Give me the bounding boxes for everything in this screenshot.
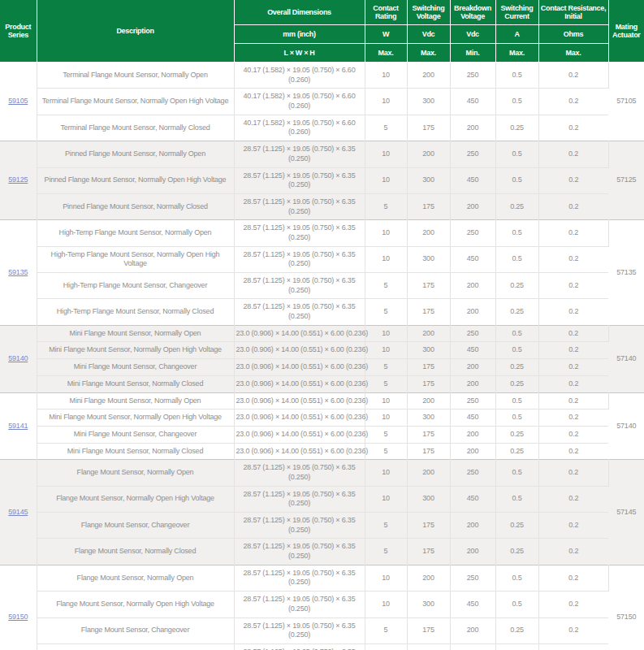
product-spec-table: Product Series Description Overall Dimen… (0, 0, 644, 650)
switching-voltage-cell: 175 (407, 299, 450, 325)
dimension-line: 28.57 (1.125) × 19.05 (0.750) × 6.35 (236, 276, 363, 286)
product-series-link[interactable]: 59125 (8, 176, 28, 184)
dimensions-cell: 23.0 (0.906) × 14.00 (0.551) × 6.00 (0.2… (234, 375, 365, 392)
dimension-line: (0.250) (236, 259, 363, 269)
dimension-line: 23.0 (0.906) × 14.00 (0.551) × 6.00 (0.2… (236, 345, 363, 355)
switching-voltage-cell: 300 (407, 89, 450, 115)
dimension-line: 23.0 (0.906) × 14.00 (0.551) × 6.00 (0.2… (236, 413, 363, 422)
dimension-line: (0.250) (236, 180, 363, 190)
header-limit-switching-current: Max. (495, 44, 538, 63)
switching-voltage-cell: 300 (407, 246, 450, 272)
product-series-link[interactable]: 59140 (8, 354, 28, 362)
contact-resistance-cell: 0.2 (538, 141, 608, 167)
contact-rating-cell: 5 (365, 539, 407, 565)
contact-resistance-cell: 0.2 (538, 342, 608, 359)
switching-voltage-cell: 300 (407, 410, 450, 427)
header-overall-dimensions: Overall Dimensions (234, 0, 365, 25)
breakdown-voltage-cell: 200 (450, 193, 495, 219)
contact-rating-cell: 5 (365, 273, 407, 299)
switching-voltage-cell: 300 (407, 167, 450, 193)
description-cell: Terminal Flange Mount Sensor, Normally O… (37, 89, 234, 115)
contact-rating-cell: 5 (365, 375, 407, 392)
breakdown-voltage-cell: 250 (450, 63, 495, 89)
dimension-line: 28.57 (1.125) × 19.05 (0.750) × 6.35 (236, 302, 363, 312)
description-cell: Pinned Flange Mount Sensor, Normally Ope… (37, 167, 234, 193)
dimension-line: 28.57 (1.125) × 19.05 (0.750) × 6.35 (236, 490, 363, 500)
mating-actuator-cell: 57145 (608, 460, 644, 566)
switching-current-cell: 0.5 (495, 246, 538, 272)
contact-rating-cell: 5 (365, 644, 407, 650)
switching-current-cell: 0.25 (495, 359, 538, 376)
header-contact-resistance: Contact Resistance, Initial (538, 0, 608, 25)
description-cell: Pinned Flange Mount Sensor, Normally Clo… (37, 193, 234, 219)
switching-current-cell: 0.25 (495, 618, 538, 644)
description-cell: Mini Flange Mount Sensor, Normally Close… (37, 443, 234, 460)
product-series-link[interactable]: 59150 (8, 613, 28, 621)
table-row: 59140Mini Flange Mount Sensor, Normally … (0, 325, 644, 342)
dimension-line: (0.250) (236, 312, 363, 322)
header-unit-w: W (365, 25, 407, 44)
table-row: 59141Mini Flange Mount Sensor, Normally … (0, 392, 644, 410)
product-series-link[interactable]: 59145 (8, 508, 28, 516)
description-cell: High-Temp Flange Mount Sensor, Changeove… (37, 273, 234, 299)
contact-resistance-cell: 0.2 (538, 167, 608, 193)
contact-resistance-cell: 0.2 (538, 618, 608, 644)
dimension-line: 28.57 (1.125) × 19.05 (0.750) × 6.35 (236, 516, 363, 526)
breakdown-voltage-cell: 450 (450, 89, 495, 115)
contact-resistance-cell: 0.2 (538, 375, 608, 392)
contact-resistance-cell: 0.2 (538, 426, 608, 443)
dimension-line: 40.17 (1.582) × 19.05 (0.750) × 6.60 (236, 119, 363, 128)
switching-current-cell: 0.25 (495, 375, 538, 392)
breakdown-voltage-cell: 250 (450, 392, 495, 410)
product-series-cell: 59135 (0, 220, 37, 326)
dimension-line: (0.250) (236, 604, 363, 614)
product-series-link[interactable]: 59105 (8, 97, 28, 105)
dimensions-cell: 28.57 (1.125) × 19.05 (0.750) × 6.35(0.2… (234, 299, 365, 325)
dimension-line: 23.0 (0.906) × 14.00 (0.551) × 6.00 (0.2… (236, 396, 363, 406)
product-series-link[interactable]: 59135 (8, 268, 28, 276)
table-row: Mini Flange Mount Sensor, Normally Open … (0, 342, 644, 359)
breakdown-voltage-cell: 200 (450, 273, 495, 299)
header-unit-vdc-switching: Vdc (407, 25, 450, 44)
description-cell: Flange Mount Sensor, Normally Open (37, 460, 234, 486)
description-cell: High-Temp Flange Mount Sensor, Normally … (37, 220, 234, 246)
dimensions-cell: 40.17 (1.582) × 19.05 (0.750) × 6.60(0.2… (234, 89, 365, 115)
table-row: 59135High-Temp Flange Mount Sensor, Norm… (0, 220, 644, 246)
dimension-line: 40.17 (1.582) × 19.05 (0.750) × 6.60 (236, 66, 363, 76)
contact-resistance-cell: 0.2 (538, 565, 608, 591)
dimensions-cell: 28.57 (1.125) × 19.05 (0.750) × 6.35(0.2… (234, 246, 365, 272)
product-series-cell: 59150 (0, 565, 37, 650)
product-series-cell: 59141 (0, 392, 37, 460)
description-cell: Mini Flange Mount Sensor, Normally Open (37, 392, 234, 410)
dimension-line: (0.250) (236, 630, 363, 640)
breakdown-voltage-cell: 250 (450, 565, 495, 591)
contact-resistance-cell: 0.2 (538, 325, 608, 342)
header-switching-voltage: Switching Voltage (407, 0, 450, 25)
product-series-link[interactable]: 59141 (8, 422, 28, 430)
breakdown-voltage-cell: 200 (450, 539, 495, 565)
header-limit-breakdown-voltage: Min. (450, 44, 495, 63)
breakdown-voltage-cell: 250 (450, 460, 495, 486)
dimension-line: 28.57 (1.125) × 19.05 (0.750) × 6.35 (236, 569, 363, 578)
product-series-cell: 59125 (0, 141, 37, 220)
switching-current-cell: 0.5 (495, 460, 538, 486)
dimension-line: 28.57 (1.125) × 19.05 (0.750) × 6.35 (236, 197, 363, 207)
mating-actuator-cell: 57150 (608, 565, 644, 650)
description-cell: Flange Mount Sensor, Changeover (37, 618, 234, 644)
table-row: Pinned Flange Mount Sensor, Normally Clo… (0, 193, 644, 219)
mating-actuator-cell: 57140 (608, 392, 644, 460)
switching-voltage-cell: 200 (407, 325, 450, 342)
switching-current-cell: 0.5 (495, 392, 538, 410)
switching-current-cell: 0.25 (495, 299, 538, 325)
dimensions-cell: 28.57 (1.125) × 19.05 (0.750) × 6.35(0.2… (234, 193, 365, 219)
description-cell: Mini Flange Mount Sensor, Changeover (37, 359, 234, 376)
switching-current-cell: 0.5 (495, 220, 538, 246)
contact-resistance-cell: 0.2 (538, 644, 608, 650)
switching-current-cell: 0.5 (495, 89, 538, 115)
contact-rating-cell: 10 (365, 220, 407, 246)
header-switching-current: Switching Current (495, 0, 538, 25)
contact-rating-cell: 10 (365, 325, 407, 342)
contact-resistance-cell: 0.2 (538, 89, 608, 115)
dimension-line: (0.250) (236, 526, 363, 535)
dimensions-cell: 28.57 (1.125) × 19.05 (0.750) × 6.35(0.2… (234, 141, 365, 167)
